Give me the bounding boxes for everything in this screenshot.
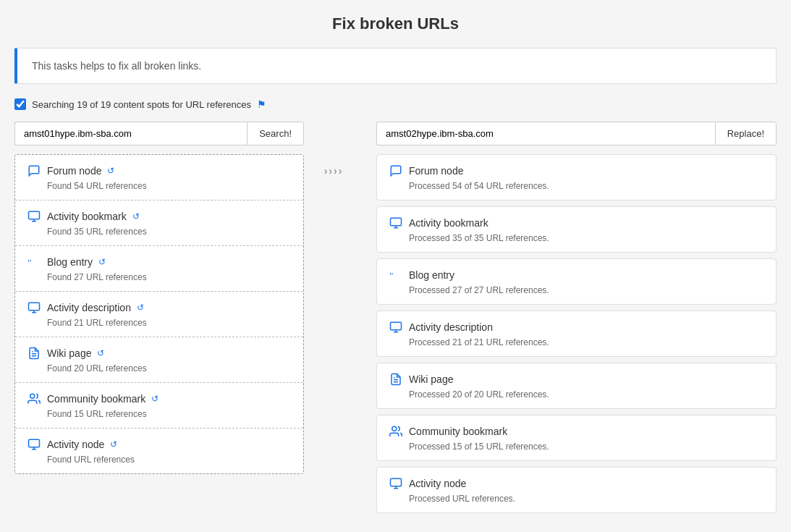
right-item-activity-description: Activity description Processed 21 of 21 … — [376, 311, 777, 357]
svg-point-9 — [30, 394, 35, 398]
info-text: This tasks helps to fix all broken links… — [32, 60, 761, 72]
refresh-icon[interactable]: ↺ — [98, 257, 106, 267]
right-item-header: Activity description — [389, 320, 764, 334]
right-item-status: Processed URL references. — [409, 494, 764, 504]
left-panel: Search! Forum node ↺ Found 54 URL refere… — [14, 122, 304, 474]
item-count: Found 21 URL references — [47, 318, 292, 328]
item-name: Activity bookmark — [47, 211, 127, 222]
right-item-name: Activity node — [409, 478, 466, 489]
right-item-forum-node: Forum node Processed 54 of 54 URL refere… — [376, 154, 777, 200]
item-card-header: Activity node ↺ — [27, 437, 292, 452]
left-item-activity-description[interactable]: Activity description ↺ Found 21 URL refe… — [15, 292, 303, 337]
item-card-header: Wiki page ↺ — [27, 346, 292, 360]
items-list: Forum node ↺ Found 54 URL references Act… — [14, 154, 304, 474]
right-item-blog-entry: " Blog entry Processed 27 of 27 URL refe… — [376, 258, 777, 305]
right-item-name: Community bookmark — [409, 426, 507, 437]
item-count: Found 54 URL references — [47, 181, 292, 191]
right-item-status: Processed 54 of 54 URL references. — [409, 181, 764, 191]
svg-rect-17 — [391, 322, 402, 330]
blog-entry-icon: " — [27, 255, 41, 269]
search-status-checkbox[interactable] — [14, 98, 26, 110]
left-item-activity-node[interactable]: Activity node ↺ Found URL references — [15, 428, 303, 473]
arrow-3: › — [334, 165, 337, 177]
right-item-status: Processed 20 of 20 URL references. — [409, 389, 764, 400]
item-count: Found 27 URL references — [47, 272, 292, 282]
item-count: Found URL references — [47, 455, 292, 465]
svg-rect-10 — [29, 439, 40, 447]
right-item-header: Activity bookmark — [389, 216, 764, 230]
right-item-activity-node: Activity node Processed URL references. — [376, 467, 777, 513]
activity-description-right-icon — [389, 320, 403, 334]
right-panel: Replace! Forum node Processed 54 of 54 U… — [376, 122, 777, 513]
item-name: Activity description — [47, 302, 131, 313]
search-status-text: Searching 19 of 19 content spots for URL… — [32, 99, 251, 110]
svg-text:": " — [28, 257, 32, 268]
refresh-icon[interactable]: ↺ — [137, 303, 144, 313]
item-name: Community bookmark — [47, 393, 145, 405]
page-title: Fix broken URLs — [14, 14, 777, 33]
main-layout: Search! Forum node ↺ Found 54 URL refere… — [14, 122, 777, 513]
arrow-4: › — [339, 165, 342, 177]
community-bookmark-right-icon — [389, 424, 403, 439]
svg-rect-0 — [29, 211, 40, 219]
page-container: Fix broken URLs This tasks helps to fix … — [0, 0, 791, 532]
refresh-icon[interactable]: ↺ — [110, 439, 117, 449]
left-item-blog-entry[interactable]: " Blog entry ↺ Found 27 URL references — [15, 246, 303, 292]
activity-node-right-icon — [389, 476, 403, 491]
item-count: Found 15 URL references — [47, 409, 292, 419]
replace-bar: Replace! — [376, 122, 777, 145]
item-name: Forum node — [47, 165, 101, 177]
left-item-community-bookmark[interactable]: Community bookmark ↺ Found 15 URL refere… — [15, 383, 303, 428]
activity-bookmark-right-icon — [389, 216, 403, 230]
refresh-icon[interactable]: ↺ — [151, 394, 158, 404]
right-item-header: Forum node — [389, 164, 764, 178]
arrows-row: › › › › — [324, 165, 342, 177]
wiki-page-right-icon — [389, 372, 403, 387]
svg-point-22 — [392, 426, 397, 431]
blog-entry-right-icon: " — [389, 268, 403, 282]
right-item-status: Processed 27 of 27 URL references. — [409, 285, 764, 295]
item-card-header: Forum node ↺ — [27, 164, 292, 178]
left-item-forum-node[interactable]: Forum node ↺ Found 54 URL references — [15, 155, 303, 200]
search-input[interactable] — [14, 122, 247, 145]
svg-rect-4 — [29, 303, 40, 311]
search-bar: Search! — [14, 122, 304, 145]
right-item-community-bookmark: Community bookmark Processed 15 of 15 UR… — [376, 415, 777, 461]
forum-node-icon — [27, 164, 41, 178]
item-card-header: Community bookmark ↺ — [27, 392, 292, 406]
left-item-wiki-page[interactable]: Wiki page ↺ Found 20 URL references — [15, 337, 303, 383]
item-name: Activity node — [47, 439, 104, 450]
refresh-icon[interactable]: ↺ — [107, 166, 114, 176]
right-item-name: Activity description — [409, 321, 493, 333]
replace-button[interactable]: Replace! — [715, 122, 777, 145]
left-item-activity-bookmark[interactable]: Activity bookmark ↺ Found 35 URL referen… — [15, 200, 303, 246]
community-bookmark-icon — [27, 392, 41, 406]
activity-bookmark-icon — [27, 209, 41, 224]
right-item-name: Activity bookmark — [409, 217, 488, 229]
item-card-header: Activity bookmark ↺ — [27, 209, 292, 224]
refresh-icon[interactable]: ↺ — [97, 348, 104, 358]
forum-node-right-icon — [389, 164, 403, 178]
right-item-name: Wiki page — [409, 373, 453, 385]
arrow-2: › — [329, 165, 332, 177]
svg-rect-13 — [391, 218, 402, 226]
refresh-icon[interactable]: ↺ — [132, 211, 140, 221]
item-count: Found 20 URL references — [47, 363, 292, 373]
right-item-activity-bookmark: Activity bookmark Processed 35 of 35 URL… — [376, 206, 777, 253]
right-item-header: Wiki page — [389, 372, 764, 387]
replace-input[interactable] — [376, 122, 715, 145]
arrow-1: › — [324, 165, 328, 177]
filter-icon[interactable]: ⚑ — [257, 98, 266, 110]
right-item-name: Forum node — [409, 165, 463, 177]
arrows-container: › › › › — [304, 122, 362, 177]
item-count: Found 35 URL references — [47, 227, 292, 237]
svg-rect-23 — [391, 478, 402, 486]
search-status: Searching 19 of 19 content spots for URL… — [14, 98, 777, 110]
activity-description-icon — [27, 300, 41, 315]
right-item-name: Blog entry — [409, 269, 454, 281]
right-item-header: Activity node — [389, 476, 764, 491]
right-item-header: Community bookmark — [389, 424, 764, 439]
right-items-list: Forum node Processed 54 of 54 URL refere… — [376, 154, 777, 513]
search-button[interactable]: Search! — [247, 122, 304, 145]
right-item-status: Processed 21 of 21 URL references. — [409, 337, 764, 347]
